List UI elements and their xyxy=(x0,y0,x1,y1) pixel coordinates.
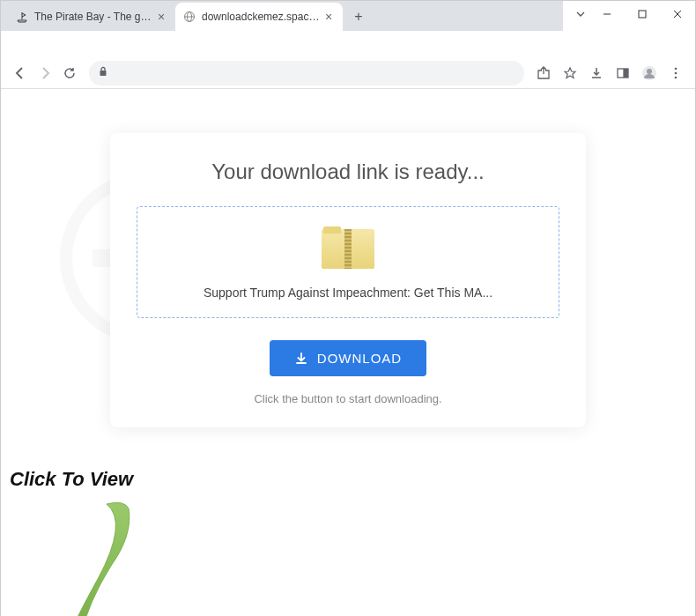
globe-favicon-icon xyxy=(182,10,196,24)
pirate-ship-favicon-icon xyxy=(15,10,29,24)
svg-rect-1 xyxy=(639,11,646,18)
curved-arrow-icon xyxy=(45,495,142,616)
new-tab-button[interactable]: + xyxy=(346,4,371,29)
browser-tab[interactable]: The Pirate Bay - The galaxy's mo… × xyxy=(8,3,175,31)
overlay-annotation: Click To View xyxy=(10,468,142,616)
menu-icon[interactable] xyxy=(663,61,688,85)
svg-point-12 xyxy=(647,69,652,74)
close-window-button[interactable] xyxy=(660,1,695,27)
minimize-button[interactable] xyxy=(589,1,625,27)
forward-button[interactable] xyxy=(33,61,57,85)
download-arrow-icon xyxy=(294,352,308,366)
back-button[interactable] xyxy=(8,61,33,85)
tab-close-button[interactable]: × xyxy=(322,10,336,24)
download-button-label: DOWNLOAD xyxy=(317,351,402,366)
svg-point-15 xyxy=(675,76,677,78)
side-panel-icon[interactable] xyxy=(611,61,635,85)
downloads-icon[interactable] xyxy=(584,61,609,85)
share-icon[interactable] xyxy=(531,61,556,85)
download-card: Your download link is ready... Support T… xyxy=(110,133,586,427)
svg-point-13 xyxy=(675,67,677,70)
toolbar xyxy=(1,57,695,89)
window-dropdown-icon[interactable] xyxy=(572,1,589,27)
svg-rect-10 xyxy=(624,69,628,78)
lock-icon xyxy=(98,66,108,79)
maximize-button[interactable] xyxy=(625,1,660,27)
overlay-text: Click To View xyxy=(10,468,142,491)
address-bar[interactable] xyxy=(89,61,524,85)
svg-rect-7 xyxy=(100,71,107,76)
browser-window: The Pirate Bay - The galaxy's mo… × down… xyxy=(0,0,696,616)
tab-title: The Pirate Bay - The galaxy's mo… xyxy=(34,11,152,23)
bookmark-star-icon[interactable] xyxy=(558,61,582,85)
zip-file-icon xyxy=(322,225,374,269)
card-title: Your download link is ready... xyxy=(137,160,559,184)
profile-avatar-icon[interactable] xyxy=(637,61,662,85)
reload-button[interactable] xyxy=(57,61,82,85)
file-name: Support Trump Against Impeachment: Get T… xyxy=(155,286,541,300)
page-content: risk.com PC Your download link is ready.… xyxy=(1,89,695,616)
file-preview-box: Support Trump Against Impeachment: Get T… xyxy=(137,206,559,318)
tab-close-button[interactable]: × xyxy=(154,10,168,24)
card-hint: Click the button to start downloading. xyxy=(137,392,559,405)
download-button[interactable]: DOWNLOAD xyxy=(270,340,426,376)
tab-bar: The Pirate Bay - The galaxy's mo… × down… xyxy=(1,1,563,31)
svg-point-14 xyxy=(675,71,677,74)
tab-title: downloadckemez.space/9/?7fk8… xyxy=(202,11,320,23)
browser-tab[interactable]: downloadckemez.space/9/?7fk8… × xyxy=(175,3,343,31)
